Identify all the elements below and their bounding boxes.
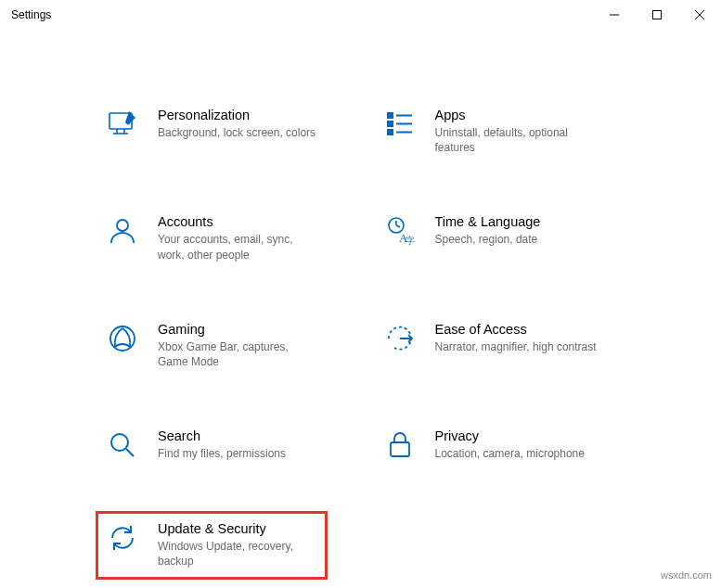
category-desc: Find my files, permissions xyxy=(158,446,320,461)
category-text: Gaming Xbox Game Bar, captures, Game Mod… xyxy=(158,322,348,369)
category-title: Time & Language xyxy=(435,214,625,229)
svg-line-22 xyxy=(126,449,134,456)
gaming-icon xyxy=(106,322,139,355)
category-title: Ease of Access xyxy=(435,322,625,337)
category-text: Search Find my files, permissions xyxy=(158,428,348,461)
privacy-icon xyxy=(383,428,417,462)
category-search[interactable]: Search Find my files, permissions xyxy=(102,425,352,466)
category-text: Apps Uninstall, defaults, optional featu… xyxy=(435,108,625,155)
category-title: Personalization xyxy=(158,108,348,122)
svg-line-17 xyxy=(396,225,400,227)
category-desc: Uninstall, defaults, optional features xyxy=(435,125,598,155)
accounts-icon xyxy=(106,214,139,248)
category-text: Personalization Background, lock screen,… xyxy=(158,108,348,140)
category-desc: Windows Update, recovery, backup xyxy=(158,539,317,569)
category-text: Ease of Access Narrator, magnifier, high… xyxy=(435,322,625,354)
category-text: Time & Language Speech, region, date xyxy=(435,214,625,247)
update-security-icon xyxy=(106,521,139,555)
category-title: Accounts xyxy=(158,214,348,229)
svg-text:字: 字 xyxy=(406,236,415,246)
category-text: Update & Security Windows Update, recove… xyxy=(158,521,317,569)
svg-point-21 xyxy=(111,434,128,451)
svg-point-20 xyxy=(110,326,135,351)
window-title: Settings xyxy=(11,8,51,21)
search-icon xyxy=(106,428,139,462)
category-title: Update & Security xyxy=(158,521,317,536)
close-icon xyxy=(695,10,704,19)
category-desc: Narrator, magnifier, high contrast xyxy=(435,339,598,354)
svg-rect-12 xyxy=(388,130,393,134)
category-desc: Your accounts, email, sync, work, other … xyxy=(158,232,320,262)
category-grid: Personalization Background, lock screen,… xyxy=(102,104,628,573)
apps-icon xyxy=(383,108,417,141)
category-desc: Background, lock screen, colors xyxy=(158,125,320,140)
category-desc: Location, camera, microphone xyxy=(435,446,598,461)
category-ease-of-access[interactable]: Ease of Access Narrator, magnifier, high… xyxy=(380,318,629,373)
category-title: Gaming xyxy=(158,322,348,337)
svg-point-14 xyxy=(117,220,128,231)
category-text: Privacy Location, camera, microphone xyxy=(435,428,625,461)
svg-rect-8 xyxy=(388,113,393,118)
minimize-button[interactable] xyxy=(593,0,636,30)
svg-rect-23 xyxy=(391,442,409,456)
personalization-icon xyxy=(106,108,139,141)
titlebar: Settings xyxy=(0,0,721,30)
category-personalization[interactable]: Personalization Background, lock screen,… xyxy=(102,104,352,159)
settings-content: Personalization Background, lock screen,… xyxy=(0,30,721,573)
category-title: Privacy xyxy=(435,428,625,443)
close-button[interactable] xyxy=(678,0,721,30)
maximize-button[interactable] xyxy=(636,0,678,30)
category-privacy[interactable]: Privacy Location, camera, microphone xyxy=(380,425,629,466)
category-update-security[interactable]: Update & Security Windows Update, recove… xyxy=(96,511,328,579)
minimize-icon xyxy=(610,10,619,19)
svg-rect-1 xyxy=(653,11,662,19)
ease-of-access-icon xyxy=(383,322,417,355)
category-text: Accounts Your accounts, email, sync, wor… xyxy=(158,214,348,262)
window-controls xyxy=(593,0,721,30)
svg-rect-10 xyxy=(388,121,393,126)
category-apps[interactable]: Apps Uninstall, defaults, optional featu… xyxy=(380,104,629,159)
category-time-language[interactable]: A 字 Time & Language Speech, region, date xyxy=(380,211,629,265)
time-language-icon: A 字 xyxy=(383,214,417,248)
watermark: wsxdn.com xyxy=(661,569,712,581)
category-desc: Speech, region, date xyxy=(435,232,598,247)
category-gaming[interactable]: Gaming Xbox Game Bar, captures, Game Mod… xyxy=(102,318,352,373)
category-title: Search xyxy=(158,428,348,443)
category-desc: Xbox Game Bar, captures, Game Mode xyxy=(158,339,320,369)
category-title: Apps xyxy=(435,108,625,122)
category-accounts[interactable]: Accounts Your accounts, email, sync, wor… xyxy=(102,211,352,265)
maximize-icon xyxy=(652,10,662,19)
